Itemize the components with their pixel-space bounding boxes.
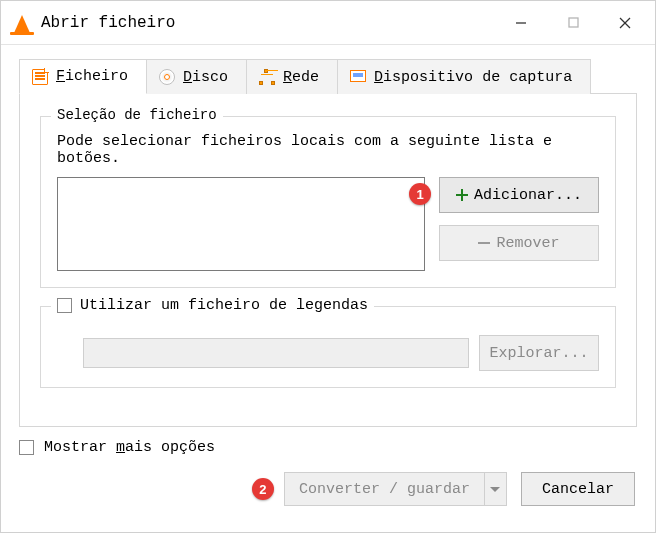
more-options-checkbox[interactable] (19, 440, 34, 455)
maximize-button[interactable] (547, 2, 599, 44)
more-options-label: Mostrar mais opções (44, 439, 215, 456)
tab-file[interactable]: Ficheiro (19, 59, 147, 94)
add-button[interactable]: Adicionar... (439, 177, 599, 213)
tab-capture-label: Dispositivo de captura (374, 69, 572, 86)
file-list[interactable] (57, 177, 425, 271)
tab-file-label: Ficheiro (56, 68, 128, 85)
disc-icon (159, 69, 175, 85)
remove-button[interactable]: Remover (439, 225, 599, 261)
window-title: Abrir ficheiro (41, 14, 175, 32)
dropdown-caret[interactable] (484, 473, 506, 505)
subtitle-group: Utilizar um ficheiro de legendas Explora… (40, 306, 616, 388)
cancel-button[interactable]: Cancelar (521, 472, 635, 506)
callout-1: 1 (409, 183, 431, 205)
vlc-cone-icon (13, 13, 31, 33)
minimize-button[interactable] (495, 2, 547, 44)
use-subtitle-checkbox[interactable] (57, 298, 72, 313)
tab-network-label: Rede (283, 69, 319, 86)
tab-network[interactable]: Rede (246, 59, 338, 94)
file-selection-group: Seleção de ficheiro Pode selecionar fich… (40, 116, 616, 288)
tab-capture[interactable]: Dispositivo de captura (337, 59, 591, 94)
titlebar: Abrir ficheiro (1, 1, 655, 45)
callout-2: 2 (252, 478, 274, 500)
network-icon (259, 69, 275, 85)
subtitle-path-input (83, 338, 469, 368)
cancel-button-label: Cancelar (542, 481, 614, 498)
window-controls (495, 2, 651, 44)
file-icon (32, 69, 48, 85)
add-button-label: Adicionar... (474, 187, 582, 204)
convert-save-button[interactable]: Converter / guardar (284, 472, 507, 506)
plus-icon (456, 189, 468, 201)
close-button[interactable] (599, 2, 651, 44)
browse-button-label: Explorar... (489, 345, 588, 362)
chevron-down-icon (490, 487, 500, 492)
browse-button[interactable]: Explorar... (479, 335, 599, 371)
use-subtitle-label: Utilizar um ficheiro de legendas (80, 297, 368, 314)
tab-bar: Ficheiro Disco Rede Dispositivo de captu… (19, 59, 637, 94)
tab-disc[interactable]: Disco (146, 59, 247, 94)
remove-button-label: Remover (496, 235, 559, 252)
group-legend: Seleção de ficheiro (51, 107, 223, 123)
tab-panel: Seleção de ficheiro Pode selecionar fich… (19, 93, 637, 427)
tab-disc-label: Disco (183, 69, 228, 86)
minus-icon (478, 242, 490, 244)
svg-rect-1 (569, 18, 578, 27)
capture-device-icon (350, 69, 366, 85)
convert-save-label: Converter / guardar (285, 481, 484, 498)
hint-text: Pode selecionar ficheiros locais com a s… (57, 133, 599, 167)
